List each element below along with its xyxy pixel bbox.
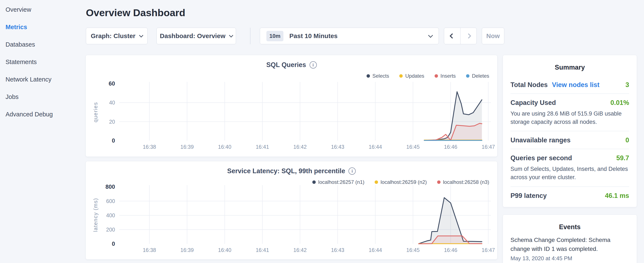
svg-text:200: 200 bbox=[106, 227, 115, 232]
svg-text:20: 20 bbox=[109, 119, 115, 125]
total-nodes-label: Total Nodes bbox=[510, 81, 548, 89]
svg-text:16:44: 16:44 bbox=[369, 144, 382, 150]
svg-text:16:41: 16:41 bbox=[256, 144, 269, 150]
svg-text:16:46: 16:46 bbox=[444, 144, 457, 150]
sql-queries-chart-card: SQL Queries SelectsUpdatesInsertsDeletes… bbox=[86, 55, 498, 157]
capacity-used-value: 0.01% bbox=[610, 99, 629, 107]
chevron-right-icon bbox=[466, 33, 471, 39]
chart-title: SQL Queries bbox=[266, 61, 306, 69]
svg-text:16:45: 16:45 bbox=[406, 144, 420, 150]
svg-text:16:42: 16:42 bbox=[294, 144, 307, 150]
svg-text:16:40: 16:40 bbox=[218, 144, 232, 150]
svg-text:40: 40 bbox=[109, 100, 115, 106]
events-title: Events bbox=[510, 223, 629, 231]
sidebar-item-metrics[interactable]: Metrics bbox=[6, 18, 85, 36]
chevron-down-icon bbox=[428, 33, 433, 38]
svg-text:16:42: 16:42 bbox=[294, 247, 307, 253]
legend-dot-icon bbox=[434, 74, 438, 78]
graph-selector-dropdown[interactable]: Graph: Cluster bbox=[86, 28, 148, 44]
dashboard-selector-dropdown[interactable]: Dashboard: Overview bbox=[156, 28, 236, 44]
sql-queries-chart-plot[interactable]: 16:3816:3916:4016:4116:4216:4316:4416:45… bbox=[86, 81, 498, 151]
legend-dot-icon bbox=[466, 74, 470, 78]
view-nodes-list-link[interactable]: View nodes list bbox=[552, 81, 599, 89]
chart-title: Service Latency: SQL, 99th percentile bbox=[227, 167, 345, 175]
legend-dot-icon bbox=[437, 180, 440, 184]
svg-text:16:43: 16:43 bbox=[331, 144, 344, 150]
p99-latency-value: 46.1 ms bbox=[605, 192, 629, 200]
time-range-label: Past 10 Minutes bbox=[289, 32, 338, 40]
info-icon[interactable] bbox=[348, 167, 356, 175]
svg-text:16:46: 16:46 bbox=[444, 247, 457, 253]
svg-text:600: 600 bbox=[106, 198, 115, 204]
time-range-badge: 10m bbox=[266, 31, 284, 41]
controls-divider bbox=[250, 28, 250, 44]
sidebar-item-network-latency[interactable]: Network Latency bbox=[6, 71, 85, 88]
chevron-down-icon bbox=[229, 33, 233, 38]
info-icon[interactable] bbox=[310, 61, 317, 69]
legend-label: Deletes bbox=[472, 73, 489, 79]
svg-text:16:47: 16:47 bbox=[482, 144, 495, 150]
legend-dot-icon bbox=[312, 180, 316, 184]
svg-text:16:47: 16:47 bbox=[482, 247, 495, 253]
legend-item[interactable]: Updates bbox=[399, 73, 424, 79]
legend-dot-icon bbox=[399, 74, 403, 78]
queries-per-second-value: 59.7 bbox=[616, 154, 629, 162]
unavailable-ranges-value: 0 bbox=[626, 136, 629, 144]
event-list-item[interactable]: Schema Change Completed: Schema change w… bbox=[510, 235, 629, 262]
legend-item[interactable]: Deletes bbox=[466, 73, 489, 79]
svg-text:16:38: 16:38 bbox=[143, 247, 156, 253]
sidebar: OverviewMetricsDatabasesStatementsNetwor… bbox=[0, 0, 85, 123]
event-timestamp: May 13, 2020 at 4:45 PM bbox=[510, 255, 629, 262]
legend-dot-icon bbox=[366, 74, 370, 78]
svg-text:16:44: 16:44 bbox=[369, 247, 382, 253]
time-pager bbox=[444, 28, 477, 44]
queries-per-second-label: Queries per second bbox=[510, 154, 572, 162]
total-nodes-value: 3 bbox=[626, 81, 629, 89]
legend-item[interactable]: Selects bbox=[366, 73, 389, 79]
sidebar-item-advanced-debug[interactable]: Advanced Debug bbox=[6, 106, 85, 123]
summary-title: Summary bbox=[510, 64, 629, 71]
svg-text:16:39: 16:39 bbox=[180, 144, 194, 150]
sidebar-item-overview[interactable]: Overview bbox=[6, 1, 85, 18]
graph-selector-label: Graph: Cluster bbox=[91, 32, 136, 40]
dashboard-selector-label: Dashboard: Overview bbox=[160, 32, 225, 40]
time-range-dropdown[interactable]: 10m Past 10 Minutes bbox=[260, 28, 439, 44]
chevron-down-icon bbox=[139, 33, 143, 38]
legend-label: Inserts bbox=[440, 73, 456, 79]
service-latency-chart-card: Service Latency: SQL, 99th percentile lo… bbox=[86, 161, 498, 259]
service-latency-chart-plot[interactable]: 16:3816:3916:4016:4116:4216:4316:4416:45… bbox=[86, 184, 498, 254]
svg-text:60: 60 bbox=[109, 81, 115, 87]
svg-text:800: 800 bbox=[106, 184, 115, 190]
controls-bar: Graph: Cluster Dashboard: Overview 10m P… bbox=[86, 28, 504, 44]
p99-latency-label: P99 latency bbox=[510, 192, 547, 200]
svg-text:0: 0 bbox=[112, 137, 115, 144]
legend-dot-icon bbox=[374, 180, 378, 184]
legend-label: Updates bbox=[405, 73, 424, 79]
unavailable-ranges-label: Unavailable ranges bbox=[510, 136, 571, 144]
event-message: Schema Change Completed: Schema change w… bbox=[510, 235, 629, 253]
svg-text:16:41: 16:41 bbox=[256, 247, 269, 253]
svg-text:16:45: 16:45 bbox=[406, 247, 420, 253]
svg-text:16:38: 16:38 bbox=[143, 144, 156, 150]
legend-label: Selects bbox=[372, 73, 389, 79]
capacity-used-label: Capacity Used bbox=[510, 99, 556, 107]
now-button[interactable]: Now bbox=[482, 28, 504, 44]
queries-per-second-description: Sum of Selects, Updates, Inserts, and De… bbox=[510, 165, 629, 181]
summary-panel: Summary Total Nodes View nodes list 3 Ca… bbox=[502, 55, 637, 207]
svg-text:16:39: 16:39 bbox=[180, 247, 194, 253]
previous-timeframe-button[interactable] bbox=[444, 28, 460, 44]
legend-item[interactable]: Inserts bbox=[434, 73, 456, 79]
chevron-left-icon bbox=[450, 33, 455, 39]
svg-text:0: 0 bbox=[112, 241, 115, 247]
capacity-used-description: You are using 28.6 MiB of 515.9 GiB usab… bbox=[510, 110, 629, 126]
chart-legend: SelectsUpdatesInsertsDeletes bbox=[366, 73, 490, 79]
next-timeframe-button[interactable] bbox=[460, 28, 476, 44]
svg-text:16:43: 16:43 bbox=[331, 247, 344, 253]
sidebar-item-jobs[interactable]: Jobs bbox=[6, 88, 85, 106]
svg-text:16:40: 16:40 bbox=[218, 247, 232, 253]
events-panel: Events Schema Change Completed: Schema c… bbox=[502, 214, 637, 263]
svg-text:400: 400 bbox=[106, 212, 115, 218]
page-title: Overview Dashboard bbox=[86, 7, 186, 19]
sidebar-item-statements[interactable]: Statements bbox=[6, 53, 85, 71]
sidebar-item-databases[interactable]: Databases bbox=[6, 36, 85, 53]
